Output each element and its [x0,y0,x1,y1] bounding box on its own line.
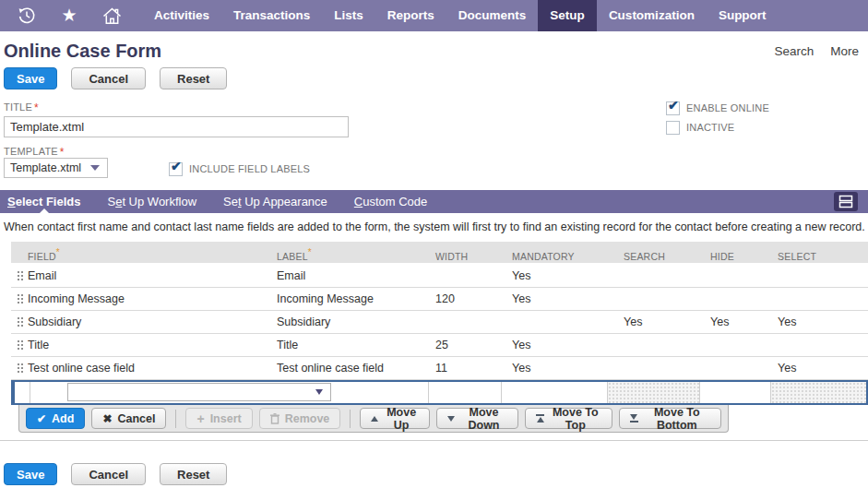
drag-handle-icon [18,340,19,342]
table-row[interactable]: Subsidiary Subsidiary Yes Yes Yes [11,311,868,334]
cell-select: Yes [772,357,868,379]
move-to-top-button[interactable]: Move To Top [525,408,612,429]
chevron-down-icon [90,165,100,171]
bottom-action-buttons: Save Cancel Reset [4,463,227,485]
drag-handle[interactable] [11,311,26,333]
tab-select-fields[interactable]: Select Fields [7,190,80,213]
include-field-labels-checkbox[interactable]: ✔ [169,162,183,176]
column-header-width: WIDTH [430,242,503,268]
cell-select: Yes [772,311,868,333]
nav-item-documents[interactable]: Documents [446,0,539,31]
search-link[interactable]: Search [774,44,814,58]
reset-button[interactable]: Reset [160,463,227,485]
edit-row-handle-cell [15,382,30,403]
drag-handle[interactable] [11,357,26,379]
cell-hide: Yes [701,311,772,333]
save-button[interactable]: Save [4,463,57,485]
move-to-bottom-icon [630,414,638,423]
move-up-button[interactable]: Move Up [360,408,430,429]
cell-hide [701,357,772,379]
arrow-up-icon [371,416,378,422]
toggle-sublist-view-button[interactable] [834,192,858,211]
edit-row-hide-cell[interactable] [699,382,770,403]
drag-handle-icon [18,317,19,319]
enable-online-checkbox[interactable]: ✔ [666,101,680,115]
edit-row-mandatory-cell[interactable] [501,382,607,403]
handle-column-spacer [11,242,26,268]
save-button[interactable]: Save [4,67,57,89]
cell-label: Incoming Message [273,288,430,310]
cell-select [772,288,868,310]
cell-mandatory: Yes [503,357,609,379]
nav-item-customization[interactable]: Customization [597,0,707,31]
edit-row-width-cell[interactable] [428,382,501,403]
cell-width [430,265,503,287]
sublist-bottom-divider [0,440,868,441]
nav-item-setup[interactable]: Setup [538,0,597,31]
check-icon: ✔ [171,159,182,173]
drag-handle[interactable] [11,288,26,310]
star-icon[interactable]: ★ [59,6,79,26]
online-case-form-page: ★ ActivitiesTransactionsListsReportsDocu… [0,0,868,488]
column-header-mandatory: MANDATORY [503,242,609,268]
required-asterisk: * [34,101,39,114]
title-input[interactable] [4,116,349,137]
cancel-button[interactable]: Cancel [71,67,146,89]
nav-item-reports[interactable]: Reports [375,0,446,31]
home-icon[interactable] [101,6,122,26]
remove-row-button[interactable]: Remove [259,408,341,429]
header-links: Search More [774,44,859,58]
edit-row-search-cell [607,382,699,403]
column-header-search: SEARCH [609,242,701,268]
drag-handle-icon [18,271,19,273]
tab-set-up-workflow[interactable]: Set Up Workflow [107,190,196,213]
nav-item-activities[interactable]: Activities [142,0,221,31]
move-down-button[interactable]: Move Down [436,408,518,429]
nav-item-lists[interactable]: Lists [322,0,375,31]
cancel-button[interactable]: Cancel [71,463,146,485]
cell-label: Title [273,334,430,356]
table-row[interactable]: Test online case field Test online case … [11,357,868,380]
cell-search [609,265,701,287]
cancel-row-button[interactable]: ✖ Cancel [91,408,166,429]
cell-label: Subsidiary [273,311,430,333]
tab-set-up-appearance[interactable]: Set Up Appearance [223,190,327,213]
cell-search [609,288,701,310]
table-row[interactable]: Email Email Yes [11,265,868,288]
table-row[interactable]: Incoming Message Incoming Message 120 Ye… [11,288,868,311]
inactive-checkbox[interactable]: ✔ [666,121,680,135]
cell-width [430,311,503,333]
nav-icons: ★ [0,0,142,31]
nav-item-transactions[interactable]: Transactions [221,0,322,31]
column-header-label: LABEL* [273,242,430,268]
nav-item-support[interactable]: Support [707,0,779,31]
fields-sublist: FIELD* LABEL* WIDTH MANDATORY SEARCH HID… [11,242,868,433]
title-field-label: TITLE* [4,101,39,114]
tab-custom-code[interactable]: Custom Code [354,190,427,213]
cell-hide [701,288,772,310]
table-row[interactable]: Title Title 25 Yes [11,334,868,357]
move-to-bottom-button[interactable]: Move To Bottom [619,408,721,429]
template-select[interactable]: Template.xtml [4,158,108,178]
drag-handle[interactable] [11,334,26,356]
enable-online-label: ENABLE ONLINE [686,102,769,113]
template-field-label: TEMPLATE* [4,146,65,159]
required-asterisk: * [56,247,60,257]
history-icon[interactable] [17,6,37,26]
cell-field: Title [26,334,273,356]
plus-icon: + [196,412,204,425]
reset-button[interactable]: Reset [160,67,227,89]
cell-field: Subsidiary [26,311,273,333]
chevron-down-icon [315,389,323,395]
drag-handle[interactable] [11,265,26,287]
move-to-top-icon [536,414,544,423]
add-row-button[interactable]: ✔ Add [26,408,85,429]
cell-width: 11 [430,357,503,379]
field-select[interactable] [67,383,331,401]
page-title: Online Case Form [4,41,161,62]
cell-mandatory: Yes [503,265,609,287]
inactive-label: INACTIVE [686,122,734,133]
insert-row-button[interactable]: + Insert [185,408,252,429]
arrow-down-icon [447,416,455,422]
more-link[interactable]: More [830,44,859,58]
